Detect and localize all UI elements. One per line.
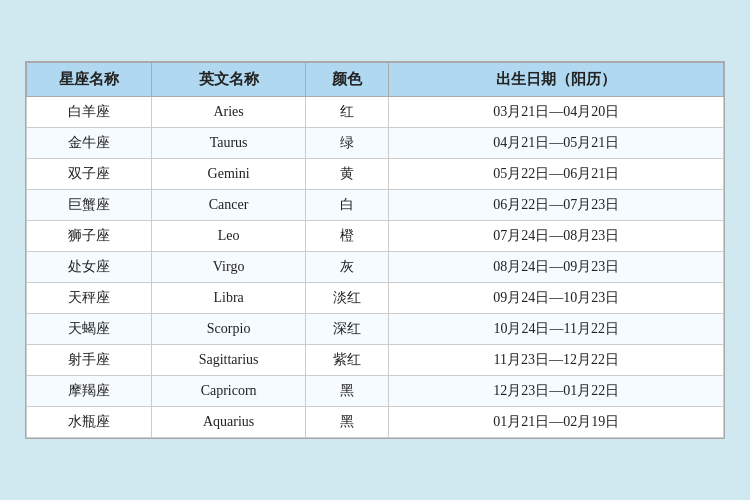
table-row: 处女座Virgo灰08月24日—09月23日 [27, 252, 724, 283]
cell-zh: 天蝎座 [27, 314, 152, 345]
cell-en: Taurus [152, 128, 305, 159]
header-date: 出生日期（阳历） [389, 63, 724, 97]
cell-color: 红 [305, 97, 389, 128]
cell-color: 黑 [305, 407, 389, 438]
table-row: 巨蟹座Cancer白06月22日—07月23日 [27, 190, 724, 221]
cell-color: 紫红 [305, 345, 389, 376]
cell-date: 09月24日—10月23日 [389, 283, 724, 314]
cell-en: Scorpio [152, 314, 305, 345]
cell-en: Aquarius [152, 407, 305, 438]
cell-zh: 水瓶座 [27, 407, 152, 438]
cell-zh: 双子座 [27, 159, 152, 190]
cell-en: Leo [152, 221, 305, 252]
header-en: 英文名称 [152, 63, 305, 97]
cell-en: Libra [152, 283, 305, 314]
cell-zh: 巨蟹座 [27, 190, 152, 221]
table-row: 天秤座Libra淡红09月24日—10月23日 [27, 283, 724, 314]
cell-en: Aries [152, 97, 305, 128]
cell-zh: 处女座 [27, 252, 152, 283]
zodiac-table-container: 星座名称 英文名称 颜色 出生日期（阳历） 白羊座Aries红03月21日—04… [25, 61, 725, 439]
table-header-row: 星座名称 英文名称 颜色 出生日期（阳历） [27, 63, 724, 97]
table-row: 天蝎座Scorpio深红10月24日—11月22日 [27, 314, 724, 345]
table-row: 狮子座Leo橙07月24日—08月23日 [27, 221, 724, 252]
cell-zh: 狮子座 [27, 221, 152, 252]
cell-color: 灰 [305, 252, 389, 283]
cell-zh: 天秤座 [27, 283, 152, 314]
cell-color: 淡红 [305, 283, 389, 314]
cell-date: 10月24日—11月22日 [389, 314, 724, 345]
cell-en: Virgo [152, 252, 305, 283]
zodiac-table: 星座名称 英文名称 颜色 出生日期（阳历） 白羊座Aries红03月21日—04… [26, 62, 724, 438]
cell-date: 08月24日—09月23日 [389, 252, 724, 283]
cell-zh: 摩羯座 [27, 376, 152, 407]
cell-color: 黄 [305, 159, 389, 190]
cell-zh: 金牛座 [27, 128, 152, 159]
table-row: 双子座Gemini黄05月22日—06月21日 [27, 159, 724, 190]
table-row: 水瓶座Aquarius黑01月21日—02月19日 [27, 407, 724, 438]
cell-en: Capricorn [152, 376, 305, 407]
cell-date: 01月21日—02月19日 [389, 407, 724, 438]
table-row: 射手座Sagittarius紫红11月23日—12月22日 [27, 345, 724, 376]
table-row: 白羊座Aries红03月21日—04月20日 [27, 97, 724, 128]
cell-zh: 白羊座 [27, 97, 152, 128]
cell-date: 12月23日—01月22日 [389, 376, 724, 407]
table-row: 金牛座Taurus绿04月21日—05月21日 [27, 128, 724, 159]
cell-color: 绿 [305, 128, 389, 159]
cell-en: Cancer [152, 190, 305, 221]
cell-date: 05月22日—06月21日 [389, 159, 724, 190]
table-row: 摩羯座Capricorn黑12月23日—01月22日 [27, 376, 724, 407]
header-color: 颜色 [305, 63, 389, 97]
cell-date: 06月22日—07月23日 [389, 190, 724, 221]
cell-date: 03月21日—04月20日 [389, 97, 724, 128]
cell-color: 深红 [305, 314, 389, 345]
cell-color: 白 [305, 190, 389, 221]
cell-en: Gemini [152, 159, 305, 190]
cell-date: 11月23日—12月22日 [389, 345, 724, 376]
cell-en: Sagittarius [152, 345, 305, 376]
header-zh: 星座名称 [27, 63, 152, 97]
cell-zh: 射手座 [27, 345, 152, 376]
cell-date: 04月21日—05月21日 [389, 128, 724, 159]
cell-color: 橙 [305, 221, 389, 252]
cell-color: 黑 [305, 376, 389, 407]
cell-date: 07月24日—08月23日 [389, 221, 724, 252]
